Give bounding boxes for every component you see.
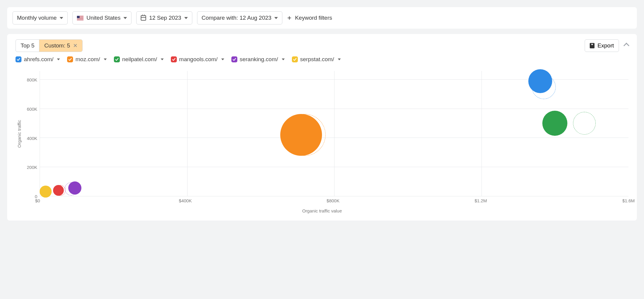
legend-item[interactable]: serpstat.com/ [292, 56, 341, 63]
caret-down-icon [274, 17, 278, 19]
checkbox-icon [231, 56, 237, 62]
compare-dropdown[interactable]: Compare with: 12 Aug 2023 [197, 11, 283, 24]
chart-bubble[interactable] [573, 112, 596, 135]
chart-plot[interactable] [40, 71, 628, 196]
x-axis-label: Organic traffic value [16, 208, 628, 213]
legend-item[interactable]: ahrefs.com/ [16, 56, 60, 63]
export-button[interactable]: Export [585, 39, 619, 52]
gridline [334, 71, 335, 196]
country-label: United States [86, 15, 120, 21]
chart-bubble[interactable] [280, 114, 322, 156]
caret-down-icon [282, 58, 285, 60]
collapse-chevron-icon[interactable] [623, 43, 629, 49]
y-tick: 600K [27, 106, 37, 111]
y-tick: 800K [27, 77, 37, 82]
x-tick: $1.6M [622, 198, 635, 203]
gridline [187, 71, 188, 196]
tab-top5[interactable]: Top 5 [16, 40, 39, 52]
y-axis: 0200K400K600K800K [23, 71, 40, 196]
caret-down-icon [57, 58, 60, 60]
x-tick: $400K [179, 198, 192, 203]
legend-item[interactable]: neilpatel.com/ [114, 56, 164, 63]
chart-bubble[interactable] [40, 186, 52, 198]
chart-legend: ahrefs.com/moz.com/neilpatel.com/mangool… [16, 56, 628, 63]
country-dropdown[interactable]: United States [72, 11, 131, 24]
chart-panel: Top 5 Custom: 5 ✕ Export ahrefs.com/moz.… [7, 34, 637, 221]
caret-down-icon [338, 58, 341, 60]
keyword-filters-label: Keyword filters [295, 15, 332, 21]
y-tick: 400K [27, 135, 37, 141]
x-tick: $0 [35, 198, 40, 203]
checkbox-icon [16, 56, 21, 62]
legend-label: neilpatel.com/ [122, 56, 157, 63]
keyword-filters-button[interactable]: + Keyword filters [287, 14, 332, 21]
volume-dropdown[interactable]: Monthly volume [13, 11, 68, 24]
legend-label: mangools.com/ [179, 56, 218, 63]
caret-down-icon [123, 17, 127, 19]
checkbox-icon [171, 56, 177, 62]
legend-label: ahrefs.com/ [24, 56, 53, 63]
calendar-icon [141, 15, 146, 21]
caret-down-icon [161, 58, 164, 60]
legend-label: serpstat.com/ [300, 56, 334, 63]
y-axis-label: Organic traffic [16, 71, 23, 196]
y-tick: 200K [27, 165, 37, 170]
checkbox-icon [114, 56, 120, 62]
download-icon [590, 43, 595, 48]
chart-bubble[interactable] [542, 111, 567, 136]
date-label: 12 Sep 2023 [149, 15, 181, 21]
x-tick: $800K [326, 198, 339, 203]
x-tick: $1.2M [475, 198, 487, 203]
legend-item[interactable]: seranking.com/ [231, 56, 285, 63]
compare-label: Compare with: 12 Aug 2023 [202, 15, 272, 21]
caret-down-icon [184, 17, 188, 19]
caret-down-icon [60, 17, 63, 19]
volume-label: Monthly volume [17, 15, 57, 21]
legend-label: moz.com/ [75, 56, 100, 63]
x-axis: $0$400K$800K$1.2M$1.6M [38, 198, 628, 206]
plus-icon: + [287, 14, 291, 21]
legend-label: seranking.com/ [240, 56, 278, 63]
caret-down-icon [104, 58, 107, 60]
chart-area: Organic traffic 0200K400K600K800K [16, 71, 628, 196]
chart-bubble[interactable] [68, 181, 81, 195]
tab-custom[interactable]: Custom: 5 ✕ [39, 40, 82, 52]
caret-down-icon [221, 58, 224, 60]
checkbox-icon [67, 56, 73, 62]
us-flag-icon [77, 16, 83, 20]
close-icon[interactable]: ✕ [73, 42, 78, 49]
chart-bubble[interactable] [53, 185, 64, 196]
legend-item[interactable]: moz.com/ [67, 56, 106, 63]
checkbox-icon [292, 56, 298, 62]
chart-bubble[interactable] [528, 69, 552, 93]
legend-item[interactable]: mangools.com/ [171, 56, 224, 63]
filter-bar: Monthly volume United States 12 Sep 2023… [7, 7, 637, 29]
gridline [482, 71, 482, 196]
date-dropdown[interactable]: 12 Sep 2023 [136, 11, 192, 24]
competitor-tab-group: Top 5 Custom: 5 ✕ [16, 39, 83, 52]
